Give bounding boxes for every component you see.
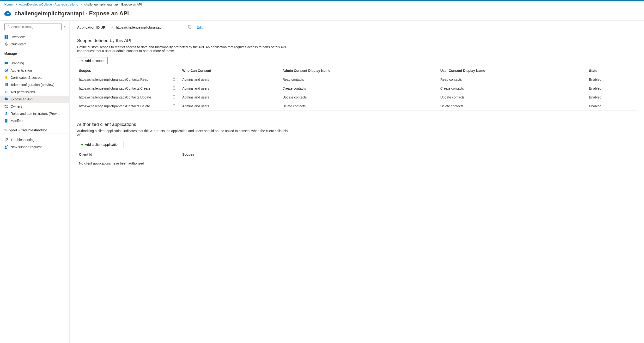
chevron-right-icon: >	[80, 3, 82, 6]
scope-who: Admins and users	[180, 75, 280, 84]
scope-user-display: Update contacts	[438, 93, 587, 102]
owners-icon	[4, 104, 8, 108]
svg-rect-23	[189, 26, 191, 28]
sidebar-item-label: Roles and administrators (Previ...	[10, 112, 60, 116]
svg-rect-16	[4, 107, 6, 108]
scopes-section-desc: Define custom scopes to restrict access …	[77, 45, 288, 53]
search-input[interactable]	[11, 25, 60, 28]
breadcrumb: Home > AzureDeveloperCollege - App regis…	[0, 1, 644, 8]
scope-admin-display: Read contacts	[280, 75, 438, 84]
copy-icon[interactable]	[188, 25, 192, 29]
sidebar-item-troubleshooting[interactable]: Troubleshooting	[0, 136, 70, 144]
sidebar-item-expose-an-api[interactable]: Expose an API	[0, 96, 70, 103]
scope-row[interactable]: https://challengeimplictgrantapi/Contact…	[77, 93, 636, 102]
svg-rect-26	[173, 96, 175, 98]
info-icon[interactable]: ⓘ	[110, 25, 112, 29]
copy-icon[interactable]	[172, 95, 176, 99]
sidebar-item-quickstart[interactable]: Quickstart	[0, 40, 70, 48]
app-id-uri-value: https://challengeimplictgrantapi	[116, 26, 162, 29]
sidebar-item-branding[interactable]: Branding	[0, 60, 70, 67]
empty-clients-text: No client applications have been authori…	[77, 159, 636, 168]
sidebar-item-certificates-secrets[interactable]: Certificates & secrets	[0, 74, 70, 81]
sidebar-item-label: Authentication	[10, 68, 32, 72]
sidebar-item-overview[interactable]: Overview	[0, 34, 70, 40]
scope-user-display: Read contacts	[438, 75, 587, 84]
cloud-app-icon	[4, 10, 12, 17]
scope-row[interactable]: https://challengeimplictgrantapi/Contact…	[77, 102, 636, 111]
plus-icon: +	[81, 58, 83, 63]
api-permissions-icon	[4, 90, 8, 94]
sidebar-item-label: Troubleshooting	[10, 138, 34, 142]
copy-icon[interactable]	[172, 78, 176, 82]
sidebar-item-new-support-request[interactable]: New support request	[0, 144, 70, 150]
sidebar-item-label: New support request	[10, 145, 42, 149]
scope-uri: https://challengeimplictgrantapi/Contact…	[79, 86, 150, 90]
copy-icon[interactable]	[172, 104, 176, 108]
app-id-uri-label: Application ID URI	[77, 26, 106, 29]
scope-row[interactable]: https://challengeimplictgrantapi/Contact…	[77, 75, 636, 84]
sidebar-item-roles-and-administrators-previ-[interactable]: Roles and administrators (Previ...	[0, 110, 70, 117]
svg-point-0	[7, 13, 8, 14]
add-scope-label: Add a scope	[85, 59, 104, 63]
sidebar-item-manifest[interactable]: Manifest	[0, 117, 70, 124]
clients-table: Client Id Scopes No client applications …	[77, 150, 636, 168]
main-content: Application ID URI ⓘ https://challengeim…	[70, 21, 644, 343]
svg-point-13	[5, 91, 6, 93]
scope-who: Admins and users	[180, 102, 280, 111]
branding-icon	[4, 61, 8, 65]
scope-uri: https://challengeimplictgrantapi/Contact…	[79, 104, 150, 108]
svg-line-3	[9, 27, 10, 28]
svg-rect-10	[5, 83, 6, 86]
sidebar-item-token-configuration-preview-[interactable]: Token configuration (preview)	[0, 81, 70, 88]
overview-icon	[4, 35, 8, 39]
sidebar-item-label: Manifest	[10, 119, 23, 123]
copy-icon[interactable]	[172, 86, 176, 90]
page-title: challengeimplicitgrantapi - Expose an AP…	[14, 10, 129, 17]
scope-who: Admins and users	[180, 93, 280, 102]
scope-user-display: Create contacts	[438, 84, 587, 93]
svg-rect-27	[173, 105, 175, 107]
scope-state: Enabled	[587, 102, 636, 111]
clients-section-title: Authorized client applications	[77, 122, 636, 127]
scope-admin-display: Delete contacts	[280, 102, 438, 111]
svg-rect-7	[6, 37, 8, 39]
scope-admin-display: Create contacts	[280, 84, 438, 93]
plus-icon: +	[81, 142, 83, 147]
sidebar-item-label: Branding	[10, 61, 24, 65]
svg-point-18	[6, 112, 7, 114]
expose-an-api-icon	[4, 97, 8, 101]
search-box[interactable]	[4, 24, 62, 30]
scope-user-display: Delete contacts	[438, 102, 587, 111]
breadcrumb-level1[interactable]: AzureDeveloperCollege - App registration…	[19, 3, 78, 6]
svg-rect-11	[6, 83, 7, 86]
collapse-sidebar-icon[interactable]: «	[64, 25, 66, 29]
svg-rect-25	[173, 87, 175, 89]
sidebar-item-api-permissions[interactable]: API permissions	[0, 88, 70, 96]
svg-rect-4	[4, 35, 6, 37]
search-icon	[6, 25, 10, 29]
scope-row[interactable]: https://challengeimplictgrantapi/Contact…	[77, 84, 636, 93]
svg-point-2	[7, 25, 9, 27]
chevron-right-icon: >	[15, 3, 17, 6]
col-client-scopes: Scopes	[180, 150, 636, 159]
sidebar-item-label: Token configuration (preview)	[10, 83, 54, 87]
svg-rect-5	[6, 35, 8, 37]
scope-state: Enabled	[587, 93, 636, 102]
edit-link[interactable]: Edit	[197, 26, 202, 29]
scope-uri: https://challengeimplictgrantapi/Contact…	[79, 78, 148, 82]
sidebar-item-owners[interactable]: Owners	[0, 103, 70, 110]
add-scope-button[interactable]: + Add a scope	[77, 57, 108, 64]
col-client-id: Client Id	[77, 150, 180, 159]
quickstart-icon	[4, 42, 8, 46]
scope-state: Enabled	[587, 84, 636, 93]
col-state: State	[587, 66, 636, 75]
svg-rect-6	[4, 37, 6, 39]
clients-section-desc: Authorizing a client application indicat…	[77, 129, 288, 137]
breadcrumb-home[interactable]: Home	[4, 3, 13, 6]
add-client-app-button[interactable]: + Add a client application	[77, 141, 124, 148]
svg-rect-17	[6, 107, 8, 108]
troubleshooting-icon	[4, 138, 8, 142]
breadcrumb-current: challengeimplicitgrantapi - Expose an AP…	[84, 3, 142, 6]
sidebar-item-authentication[interactable]: Authentication	[0, 67, 70, 74]
authentication-icon	[4, 68, 8, 72]
